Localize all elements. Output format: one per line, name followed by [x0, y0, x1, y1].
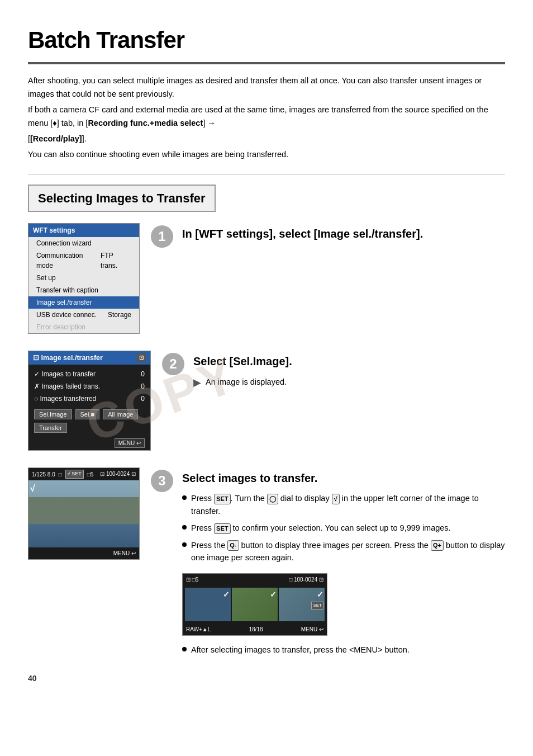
wft-item-3: Set up: [28, 272, 139, 284]
wft-item-7: Error description: [28, 321, 139, 333]
transfer-button[interactable]: Transfer: [34, 423, 67, 433]
bullet-2: Press SET to confirm your selection. You…: [182, 522, 505, 534]
page-title: Batch Transfer: [28, 22, 505, 64]
page-number: 40: [28, 673, 505, 684]
sel-image-button[interactable]: Sel.Image: [34, 409, 72, 419]
menu-icon: ♦: [53, 119, 56, 127]
wft-body: Connection wizard Communication modeFTP …: [28, 237, 139, 333]
wft-item-2: Communication modeFTP trans.: [28, 249, 139, 272]
steps-container: WFT settings Connection wizard Communica…: [28, 223, 505, 656]
after-note-text: After selecting images to transfer, pres…: [191, 644, 410, 656]
bullet-dot-3: [182, 542, 187, 547]
step1-row: WFT settings Connection wizard Communica…: [28, 223, 505, 334]
intro-p2: If both a camera CF card and external me…: [28, 103, 505, 130]
imgsel-footer: MENU ↩: [28, 436, 150, 450]
wft-item-5[interactable]: Image sel./transfer: [28, 296, 139, 309]
multiimg-cell-3: ✓ SET: [279, 588, 325, 621]
cam-header-left: 1/125 8.0 □ √ SET □5: [32, 470, 93, 479]
cam-screenshot: 1/125 8.0 □ √ SET □5 ⊡ 100-0024 ⊡ √ MENU…: [28, 467, 140, 560]
step2-content: Select [Sel.Image]. ▶ An image is displa…: [193, 351, 505, 390]
step2-row: ⊡ Image sel./transfer ⊡ ✓ Images to tran…: [28, 351, 505, 451]
step1-number: 1: [151, 225, 173, 248]
step2-number: 2: [162, 353, 184, 375]
multiimg-grid: ✓ ✓ ✓ SET: [183, 585, 327, 623]
intro-p2b: [[Record/play]].: [28, 133, 505, 146]
cam-image: √: [28, 480, 139, 547]
section-divider: [28, 174, 505, 174]
imgsel-body: ✓ Images to transfer0 ✗ Images failed tr…: [28, 365, 150, 436]
bullet-dot-1: [182, 495, 187, 500]
step3-content: Select images to transfer. Press SET. Tu…: [182, 467, 505, 656]
multiimg-cell-1: ✓: [185, 588, 231, 621]
step3-right: 3 Select images to transfer. Press SET. …: [151, 467, 505, 656]
imgsel-row-1: ✓ Images to transfer0: [34, 368, 145, 380]
step2-right: 2 Select [Sel.Image]. ▶ An image is disp…: [162, 351, 505, 390]
cam-header-right: ⊡ 100-0024 ⊡: [100, 470, 136, 479]
step3-bullets: Press SET. Turn the ◯ dial to display √ …: [182, 492, 505, 564]
imgsel-buttons: Sel.Image Sel.■ All image Transfer: [34, 409, 145, 433]
step2-arrow: ▶ An image is displayed.: [193, 375, 505, 390]
wft-item-6: USB device connec.Storage: [28, 309, 139, 321]
step3-row: 1/125 8.0 □ √ SET □5 ⊡ 100-0024 ⊡ √ MENU…: [28, 467, 505, 656]
menu-bold2: [Record/play]: [30, 134, 82, 143]
step1-content: In [WFT settings], select [Image sel./tr…: [182, 223, 505, 248]
step3-title: Select images to transfer.: [182, 470, 505, 486]
step1-right: 1 In [WFT settings], select [Image sel./…: [151, 223, 505, 248]
imgsel-menu-button[interactable]: MENU ↩: [115, 438, 145, 448]
imgsel-header: ⊡ Image sel./transfer ⊡: [28, 351, 150, 365]
wft-header: WFT settings: [28, 224, 139, 237]
imgsel-row-2: ✗ Images failed trans.0: [34, 380, 145, 393]
intro-p3: You can also continue shooting even whil…: [28, 148, 505, 162]
bullet-1-text: Press SET. Turn the ◯ dial to display √ …: [191, 492, 505, 517]
step1-title: In [WFT settings], select [Image sel./tr…: [182, 225, 505, 242]
bullet-3: Press the Q- button to display three ima…: [182, 539, 505, 564]
multiimg-panel: ⊡ □5 □ 100-0024 ⊡ ✓ ✓ ✓ SE: [182, 573, 327, 636]
wft-item-1: Connection wizard: [28, 237, 139, 249]
intro-p1: After shooting, you can select multiple …: [28, 74, 505, 101]
multiimg-footer: RAW+▲L 18/18 MENU ↩: [183, 623, 327, 635]
section-heading: Selecting Images to Transfer: [28, 185, 216, 212]
wft-settings-screenshot: WFT settings Connection wizard Communica…: [28, 223, 140, 334]
bullet-dot-2: [182, 525, 187, 530]
cam-header: 1/125 8.0 □ √ SET □5 ⊡ 100-0024 ⊡: [28, 468, 139, 480]
menu-bold1: Recording func.+media select: [88, 119, 203, 127]
multiimg-cell-2: ✓: [232, 588, 278, 621]
bullet-1: Press SET. Turn the ◯ dial to display √ …: [182, 492, 505, 517]
sel-button[interactable]: Sel.■: [75, 409, 100, 419]
step3-number: 3: [151, 470, 173, 492]
wft-item-4: Transfer with caption: [28, 284, 139, 296]
after-dot: [182, 647, 187, 651]
bullet-3-text: Press the Q- button to display three ima…: [191, 539, 505, 564]
intro-section: After shooting, you can select multiple …: [28, 74, 505, 162]
step2-title: Select [Sel.Image].: [193, 353, 505, 370]
cam-footer: MENU ↩: [28, 547, 139, 559]
imgsel-screenshot: ⊡ Image sel./transfer ⊡ ✓ Images to tran…: [28, 351, 151, 451]
imgsel-row-3: ○ Images transferred0: [34, 393, 145, 405]
after-note: After selecting images to transfer, pres…: [182, 644, 505, 656]
all-image-button[interactable]: All image: [103, 409, 138, 419]
bullet-2-text: Press SET to confirm your selection. You…: [191, 522, 451, 534]
multiimg-header: ⊡ □5 □ 100-0024 ⊡: [183, 574, 327, 585]
